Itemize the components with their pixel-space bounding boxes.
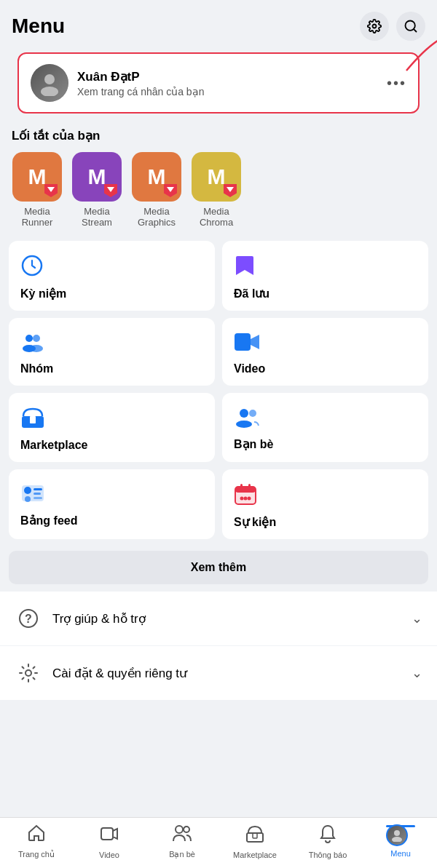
see-more-button[interactable]: Xem thêm <box>9 551 428 584</box>
menu-item-nhom[interactable]: Nhóm <box>9 318 215 386</box>
chevron-down-icon: ⌄ <box>412 665 422 681</box>
menu-item-video[interactable]: Video <box>222 318 428 386</box>
svg-point-38 <box>184 827 189 832</box>
svg-rect-14 <box>30 416 36 423</box>
support-section: ? Trợ giúp & hỗ trợ ⌄ Cài đặt & quyền ri… <box>0 592 437 701</box>
home-nav-label: Trang chủ <box>18 850 55 859</box>
svg-point-34 <box>25 670 31 676</box>
avatar <box>31 64 68 102</box>
menu-grid: Kỳ niệm Đã lưu Nhóm <box>0 236 437 544</box>
groups-icon <box>20 331 203 358</box>
menu-item-label: Sự kiện <box>234 515 417 529</box>
menu-item-su-kien[interactable]: Sự kiện <box>222 469 428 539</box>
friends-nav[interactable]: Bạn bè <box>160 824 204 859</box>
flag-icon <box>224 184 237 197</box>
svg-rect-40 <box>253 833 257 838</box>
svg-point-0 <box>373 25 377 28</box>
svg-point-27 <box>240 497 244 501</box>
svg-point-28 <box>244 497 248 501</box>
menu-item-da-luu[interactable]: Đã lưu <box>222 241 428 311</box>
menu-nav-label: Menu <box>390 849 411 858</box>
menu-item-label: Nhóm <box>20 362 203 375</box>
settings-button[interactable] <box>360 12 389 41</box>
settings-gear-icon <box>15 659 42 687</box>
home-icon <box>27 824 46 847</box>
menu-item-label: Video <box>234 362 417 375</box>
more-options-button[interactable]: ••• <box>387 75 406 92</box>
home-nav[interactable]: Trang chủ <box>15 824 58 859</box>
svg-rect-35 <box>101 828 113 840</box>
chevron-down-icon: ⌄ <box>412 610 422 626</box>
svg-point-7 <box>25 335 33 342</box>
feed-icon <box>20 482 203 509</box>
help-icon: ? <box>15 605 42 632</box>
flag-icon <box>104 184 117 197</box>
svg-rect-23 <box>34 497 42 499</box>
svg-point-41 <box>394 830 400 836</box>
menu-item-label: Kỳ niệm <box>20 287 203 300</box>
svg-point-16 <box>236 421 252 428</box>
shortcut-item[interactable]: M MediaChroma <box>191 152 242 228</box>
shortcuts-label: Lối tắt của bạn <box>0 119 437 148</box>
menu-nav[interactable]: Menu <box>379 825 422 858</box>
svg-point-19 <box>24 487 31 494</box>
menu-item-label: Bạn bè <box>234 437 417 451</box>
menu-item-bang-feed[interactable]: Bảng feed <box>9 469 215 539</box>
svg-rect-22 <box>34 493 41 495</box>
friends-nav-icon <box>172 824 192 847</box>
video-nav-label: Video <box>99 851 119 859</box>
notifications-nav[interactable]: Thông báo <box>306 824 350 859</box>
menu-item-label: Bảng feed <box>20 514 203 527</box>
svg-rect-26 <box>235 487 256 493</box>
profile-info: Xuân ĐạtP Xem trang cá nhân của bạn <box>77 69 204 97</box>
menu-nav-avatar <box>386 824 408 846</box>
svg-line-2 <box>414 29 417 32</box>
shortcut-item[interactable]: M MediaRunner <box>12 152 63 228</box>
page-title: Menu <box>12 15 65 38</box>
svg-point-15 <box>240 409 248 418</box>
svg-rect-11 <box>235 333 251 351</box>
marketplace-icon <box>20 406 203 434</box>
menu-item-marketplace[interactable]: Marketplace <box>9 393 215 462</box>
bottom-nav: Trang chủ Video Bạn bè <box>0 817 437 868</box>
help-label: Trợ giúp & hỗ trợ <box>52 611 146 626</box>
profile-subtitle: Xem trang cá nhân của bạn <box>77 86 204 97</box>
svg-point-10 <box>30 345 43 352</box>
menu-item-label: Marketplace <box>20 439 203 452</box>
svg-point-20 <box>25 496 31 502</box>
settings-label: Cài đặt & quyền riêng tư <box>52 666 187 681</box>
menu-item-label: Đã lưu <box>234 287 417 300</box>
svg-point-37 <box>176 826 183 833</box>
marketplace-nav-label: Marketplace <box>233 851 277 859</box>
svg-rect-30 <box>240 484 243 490</box>
help-item[interactable]: ? Trợ giúp & hỗ trợ ⌄ <box>0 592 437 646</box>
header: Menu <box>0 0 437 47</box>
shortcut-item[interactable]: M MediaGraphics <box>131 152 182 228</box>
search-button[interactable] <box>396 12 425 41</box>
svg-point-3 <box>44 74 55 84</box>
menu-item-ban-be[interactable]: Bạn bè <box>222 393 428 462</box>
notifications-nav-label: Thông báo <box>309 851 347 859</box>
shortcut-item[interactable]: M MediaStream <box>71 152 122 228</box>
svg-text:?: ? <box>25 613 32 625</box>
friends-nav-label: Bạn bè <box>169 850 195 859</box>
svg-point-8 <box>33 335 40 342</box>
profile-section[interactable]: Xuân ĐạtP Xem trang cá nhân của bạn ••• <box>17 52 420 114</box>
profile-left: Xuân ĐạtP Xem trang cá nhân của bạn <box>31 64 204 102</box>
svg-marker-12 <box>251 335 259 349</box>
profile-name: Xuân ĐạtP <box>77 69 204 84</box>
svg-rect-39 <box>247 833 263 842</box>
flag-icon <box>164 184 177 197</box>
shortcuts-grid: M MediaRunner M MediaStream M MediaGraph… <box>0 148 437 236</box>
settings-item[interactable]: Cài đặt & quyền riêng tư ⌄ <box>0 646 437 701</box>
friends-icon <box>234 406 417 433</box>
svg-rect-21 <box>34 488 42 490</box>
events-icon <box>234 482 417 511</box>
menu-item-ky-niem[interactable]: Kỳ niệm <box>9 241 215 311</box>
svg-marker-36 <box>113 829 117 839</box>
marketplace-nav[interactable]: Marketplace <box>233 824 277 859</box>
video-icon <box>234 331 417 358</box>
svg-point-42 <box>392 837 402 842</box>
video-nav[interactable]: Video <box>87 824 131 859</box>
svg-point-29 <box>248 497 251 501</box>
